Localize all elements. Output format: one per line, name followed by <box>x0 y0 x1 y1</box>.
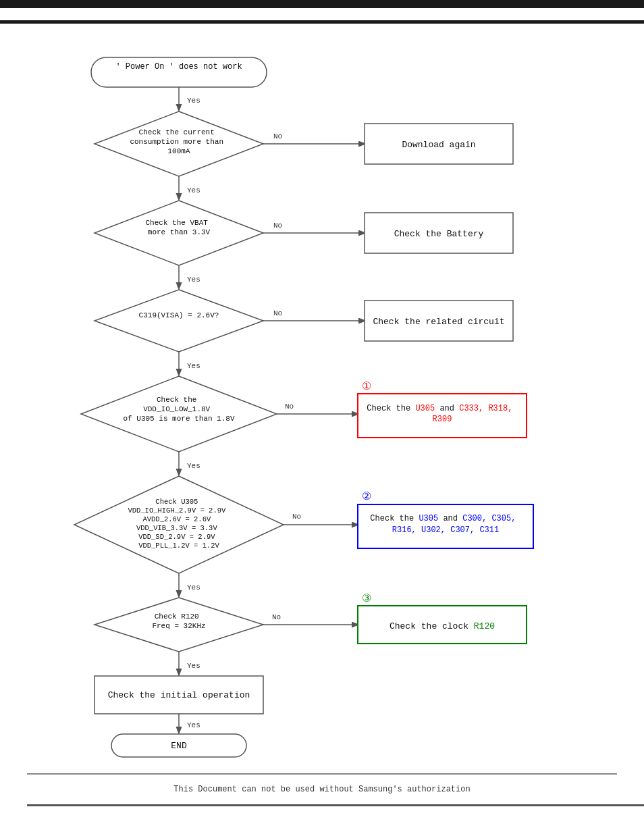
svg-text:Yes: Yes <box>187 583 200 592</box>
flowchart: ' Power On ' does not work Yes Check the… <box>27 44 617 760</box>
svg-text:Yes: Yes <box>187 721 200 729</box>
svg-text:Check the Battery: Check the Battery <box>394 229 484 239</box>
svg-text:No: No <box>292 513 301 521</box>
svg-text:No: No <box>273 132 282 140</box>
svg-text:Yes: Yes <box>187 662 200 670</box>
svg-text:Yes: Yes <box>187 362 200 370</box>
footer-bar <box>27 804 644 806</box>
svg-text:Yes: Yes <box>187 462 200 470</box>
svg-text:Download again: Download again <box>402 140 475 150</box>
svg-text:END: END <box>171 741 187 751</box>
svg-text:①: ① <box>362 381 371 393</box>
svg-text:No: No <box>272 613 281 621</box>
svg-text:Check the clock R120: Check the clock R120 <box>390 621 495 631</box>
top-bar <box>0 0 644 8</box>
svg-text:Yes: Yes <box>187 276 200 284</box>
footer-text: This Document can not be used without Sa… <box>0 775 644 801</box>
svg-marker-28 <box>81 376 277 452</box>
svg-text:Check the initial operation: Check the initial operation <box>108 690 250 700</box>
svg-text:No: No <box>285 402 294 411</box>
svg-text:Check the related circuit: Check the related circuit <box>373 317 504 327</box>
svg-marker-20 <box>95 290 263 352</box>
svg-text:No: No <box>273 309 282 317</box>
svg-text:②: ② <box>362 491 371 503</box>
svg-text:③: ③ <box>362 593 371 605</box>
svg-text:' Power On ' does not work: ' Power On ' does not work <box>115 62 242 72</box>
svg-text:Yes: Yes <box>187 97 200 105</box>
svg-text:C319(VISA) = 2.6V?: C319(VISA) = 2.6V? <box>139 311 219 319</box>
svg-text:Yes: Yes <box>187 186 200 194</box>
svg-text:No: No <box>273 221 282 230</box>
